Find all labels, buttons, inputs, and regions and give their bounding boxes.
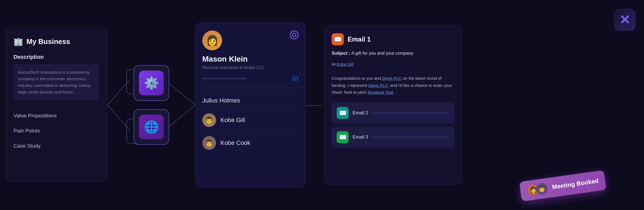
description-box: AuroraTech Innovations is a pioneering c… <box>13 64 99 100</box>
email2-envelope-icon: ✉️ <box>339 109 346 117</box>
greeting-hi: Hi <box>332 62 337 67</box>
contact-header-row: 👩 <box>202 31 299 50</box>
people-panel: 👩 Mason Klein Account executive at Kulas… <box>195 23 305 187</box>
contact-kobe-cook-name: Kobe Cook <box>220 139 250 147</box>
meeting-booked-badge: 👩 👨 Meeting Booked <box>519 170 607 201</box>
email-subject-row: Subject : A gift for you and your compan… <box>332 51 454 56</box>
email-panel: ✉️ Email 1 Subject : A gift for you and … <box>324 25 462 185</box>
app-icon[interactable]: ✕ <box>614 9 636 31</box>
meeting-booked-text: Meeting Booked <box>552 177 599 191</box>
main-container: 🏢 My Business Description AuroraTech Inn… <box>6 6 638 204</box>
subject-text: A gift for you and your company <box>351 51 413 56</box>
list-item-kobe-cook[interactable]: 👨 Kobe Cook <box>202 131 299 154</box>
email-card-2[interactable]: ✉️ Email 2 <box>332 103 454 123</box>
selected-contact-name: Mason Klein <box>202 55 299 63</box>
svg-line-3 <box>165 105 195 130</box>
contact-kobe-gill-name: Kobe Gill <box>220 117 245 124</box>
app-logo-icon: ✕ <box>619 12 630 27</box>
selected-contact-avatar: 👩 <box>202 31 222 50</box>
description-label: Description <box>13 54 99 60</box>
building-icon: 🏢 <box>13 37 23 46</box>
email-icon-box: ✉️ <box>332 33 344 45</box>
product-link[interactable]: Revenue Tool <box>368 90 393 95</box>
svg-line-0 <box>107 80 129 105</box>
email2-label: Email 2 <box>353 110 368 116</box>
email-envelope-icon: ✉️ <box>334 36 342 43</box>
body-end: . <box>393 90 394 95</box>
nav-case-study[interactable]: Case Study <box>13 138 99 153</box>
nav-value-propositions[interactable]: Value Propositions <box>13 108 99 123</box>
globe-icon: 🌐 <box>139 115 164 139</box>
email3-envelope-icon: ✉️ <box>339 134 346 141</box>
business-panel: 🏢 My Business Description AuroraTech Inn… <box>6 28 107 182</box>
people-email-connector <box>305 78 322 132</box>
globe-icon-box: 🌐 <box>133 109 169 145</box>
email3-bar <box>372 136 449 138</box>
email-title: Email 1 <box>348 35 371 43</box>
connector-area: ⚙️ 🌐 <box>107 36 195 174</box>
svg-line-1 <box>107 105 129 130</box>
contact-meta-row: in <box>202 74 299 83</box>
radio-inner <box>292 33 296 37</box>
email-body: Hi Kobe Gill Congratulations to you and … <box>332 61 454 96</box>
team-gear-icon: ⚙️ <box>139 71 164 95</box>
contact-julius-name: Julius Holmes <box>202 97 240 104</box>
gear-people-icon: ⚙️ <box>144 76 159 90</box>
email3-icon: ✉️ <box>337 131 349 143</box>
body-line1: Congratulations to you and <box>332 76 382 81</box>
nav-pain-points[interactable]: Pain Points <box>13 123 99 138</box>
company2-link[interactable]: Davis PLC <box>368 83 388 88</box>
linkedin-icon[interactable]: in <box>292 74 299 83</box>
email2-icon: ✉️ <box>337 107 349 119</box>
globe-earth-icon: 🌐 <box>144 120 159 134</box>
avatar-kobe-gill: 👨 <box>202 113 216 127</box>
greeting-name-link[interactable]: Kobe Gill <box>337 62 353 67</box>
panel-title: My Business <box>26 37 70 46</box>
list-item-julius[interactable]: Julius Holmes <box>202 92 299 109</box>
email-card-3[interactable]: ✉️ Email 3 <box>332 127 454 148</box>
selected-contact-title: Account executive at Kulas LLC <box>202 65 299 70</box>
avatar-kobe-cook: 👨 <box>202 136 216 150</box>
subject-label: Subject : <box>332 51 351 56</box>
connector-icons: ⚙️ 🌐 <box>133 65 169 145</box>
svg-line-2 <box>165 80 195 105</box>
email3-label: Email 3 <box>353 134 368 140</box>
panel-header: 🏢 My Business <box>13 37 99 46</box>
email-header: ✉️ Email 1 <box>332 33 454 45</box>
list-item-kobe-gill[interactable]: 👨 Kobe Gill <box>202 109 299 131</box>
description-text: AuroraTech Innovations is a pioneering c… <box>18 70 91 94</box>
contact-bar <box>202 78 246 79</box>
company1-link[interactable]: Davis PLC <box>382 76 402 81</box>
email2-bar <box>372 112 449 114</box>
radio-button[interactable] <box>290 31 299 39</box>
meeting-avatars: 👩 👨 <box>526 182 549 197</box>
team-gear-icon-box: ⚙️ <box>133 65 169 101</box>
